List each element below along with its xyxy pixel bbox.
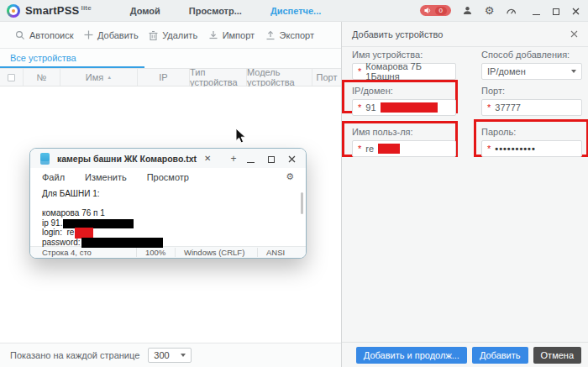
pagination-label: Показано на каждой странице — [10, 350, 139, 360]
redaction-block — [63, 219, 134, 228]
notepad-window-controls — [247, 151, 296, 166]
device-table-header: № Имя ▲ IP Тип устройства Модель устройс… — [0, 69, 341, 87]
port-group: Порт: * 37777 — [481, 86, 582, 116]
settings-gear-icon[interactable]: ⚙ — [484, 5, 495, 16]
panel-close-icon[interactable] — [570, 29, 578, 39]
add-device-panel: Добавить устройство Имя устройства: * Ко… — [341, 22, 588, 367]
text-line — [42, 199, 306, 209]
select-all-checkbox[interactable] — [8, 74, 15, 81]
password-group: Пароль: * •••••••••• — [481, 127, 582, 157]
username-label: Имя польз-ля: — [352, 127, 456, 137]
notepad-window[interactable]: камеры башни ЖК Комарово.txt ✕ + Файл Из… — [29, 148, 307, 259]
mouse-cursor — [235, 128, 247, 144]
menu-edit[interactable]: Изменить — [85, 172, 127, 182]
search-icon — [15, 30, 25, 40]
speaker-icon — [424, 7, 432, 14]
sort-asc-icon[interactable]: ▲ — [107, 75, 112, 80]
notepad-menubar: Файл Изменить Просмотр ⚙ — [30, 168, 306, 186]
menu-view[interactable]: Просмотр — [147, 172, 189, 182]
username-input[interactable]: * re — [352, 140, 456, 157]
text-line: Для БАШНИ 1: — [42, 189, 306, 199]
notepad-minimize-button[interactable] — [247, 151, 255, 166]
add-device-button[interactable]: Добавить — [84, 30, 139, 40]
notepad-text-area[interactable]: Для БАШНИ 1: комарова 76 п 1 ip 91. logi… — [30, 186, 306, 246]
app-title-suffix: lite — [81, 4, 91, 12]
text-line: комарова 76 п 1 — [42, 208, 306, 218]
tab-close-icon[interactable]: ✕ — [204, 154, 211, 163]
device-name-group: Имя устройства: * Комарова 7Б 1Башня — [352, 50, 456, 80]
required-marker: * — [487, 102, 491, 113]
import-button[interactable]: Импорт — [208, 30, 255, 40]
required-marker: * — [358, 144, 361, 154]
minimize-button[interactable] — [533, 3, 540, 18]
notepad-close-button[interactable] — [288, 151, 296, 166]
main-nav: Домой Просмотр... Диспетче... — [130, 6, 321, 16]
column-device-type[interactable]: Тип устройства — [190, 69, 247, 86]
redaction-block — [381, 102, 438, 113]
window-controls — [533, 3, 580, 18]
text-line: ip 91. — [42, 218, 306, 228]
column-ip[interactable]: IP — [138, 69, 190, 86]
status-cursor-position: Строка 4, сто — [30, 248, 136, 257]
port-label: Порт: — [481, 86, 582, 96]
add-method-label: Способ добавления: — [481, 50, 582, 60]
username-group: Имя польз-ля: * re — [352, 127, 456, 157]
performance-gauge-icon[interactable] — [506, 5, 517, 16]
redaction-block — [378, 144, 400, 154]
ip-domain-label: IP/домен: — [352, 86, 456, 96]
scrollbar-thumb[interactable] — [301, 192, 303, 214]
alarm-indicator[interactable]: 0 — [420, 5, 451, 16]
autosearch-button[interactable]: Автопоиск — [15, 30, 74, 40]
notepad-settings-gear-icon[interactable]: ⚙ — [286, 171, 294, 182]
chevron-down-icon — [181, 354, 186, 357]
status-zoom-level[interactable]: 100% — [136, 248, 175, 257]
device-toolbar: Автопоиск Добавить Удалить Импорт Экспор… — [0, 22, 341, 49]
column-number[interactable]: № — [24, 69, 60, 86]
ip-domain-input[interactable]: * 91 — [352, 99, 456, 116]
smartpss-window: SmartPSSlite Домой Просмотр... Диспетче.… — [0, 0, 588, 367]
app-title: SmartPSSlite — [25, 4, 92, 17]
pagination-bar: Показано на каждой странице 300 — [0, 343, 341, 367]
port-input[interactable]: * 37777 — [481, 99, 582, 116]
column-device-model[interactable]: Модель устройства — [247, 69, 312, 86]
close-button[interactable] — [572, 3, 580, 18]
cancel-button[interactable]: Отмена — [533, 347, 581, 364]
add-device-header: Добавить устройство — [342, 22, 588, 47]
page-size-select[interactable]: 300 — [148, 348, 192, 363]
tab-live-view[interactable]: Просмотр... — [189, 6, 242, 16]
maximize-button[interactable] — [553, 3, 559, 18]
alarm-count-badge: 0 — [435, 7, 447, 15]
chevron-down-icon — [571, 70, 576, 73]
export-icon — [265, 30, 276, 40]
export-button[interactable]: Экспорт — [265, 30, 314, 40]
titlebar: SmartPSSlite Домой Просмотр... Диспетче.… — [0, 0, 588, 22]
menu-file[interactable]: Файл — [42, 172, 65, 182]
add-button[interactable]: Добавить — [472, 347, 528, 364]
column-port[interactable]: Порт — [312, 69, 341, 86]
add-method-group: Способ добавления: IP/домен — [481, 50, 582, 80]
tab-all-devices[interactable]: Все устройства — [0, 49, 144, 68]
new-tab-icon[interactable]: + — [230, 153, 236, 165]
device-name-input[interactable]: * Комарова 7Б 1Башня — [352, 63, 456, 80]
tab-home[interactable]: Домой — [130, 6, 160, 16]
device-name-label: Имя устройства: — [352, 50, 456, 60]
notepad-maximize-button[interactable] — [268, 151, 275, 166]
user-account-icon[interactable] — [462, 5, 473, 16]
delete-device-button[interactable]: Удалить — [149, 30, 197, 40]
add-device-title: Добавить устройство — [352, 29, 443, 39]
select-all-cell — [0, 69, 24, 86]
notepad-tab-title[interactable]: камеры башни ЖК Комарово.txt — [57, 154, 197, 164]
required-marker: * — [358, 102, 361, 113]
required-marker: * — [487, 144, 491, 154]
redaction-block — [81, 238, 163, 248]
column-name[interactable]: Имя ▲ — [60, 69, 138, 86]
add-method-select[interactable]: IP/домен — [481, 63, 582, 80]
titlebar-right: 0 ⚙ — [420, 3, 580, 18]
add-and-continue-button[interactable]: Добавить и продолж... — [356, 347, 467, 364]
text-line: password: — [42, 238, 306, 248]
password-input[interactable]: * •••••••••• — [481, 140, 582, 157]
tab-device-manager[interactable]: Диспетче... — [270, 6, 321, 16]
password-label: Пароль: — [481, 127, 582, 137]
status-line-ending: Windows (CRLF) — [175, 248, 257, 257]
text-line: login: re — [42, 228, 306, 238]
